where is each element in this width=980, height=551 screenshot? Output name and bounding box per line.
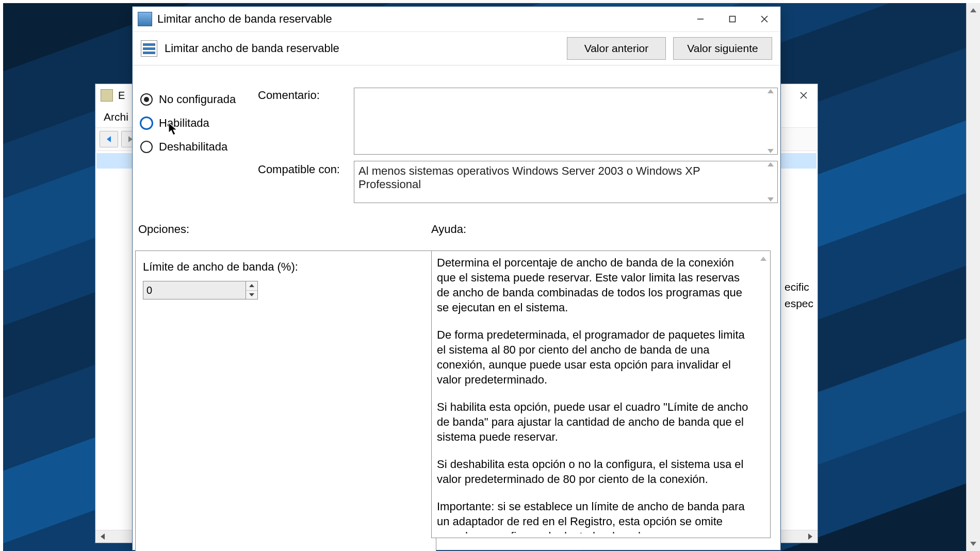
policy-icon — [141, 40, 157, 57]
compatible-value: Al menos sistemas operativos Windows Ser… — [358, 164, 763, 191]
compatible-label: Compatible con: — [258, 163, 340, 176]
scroll-down-icon[interactable] — [767, 149, 774, 153]
scroll-track[interactable] — [967, 18, 980, 537]
previous-setting-button[interactable]: Valor anterior — [567, 37, 666, 60]
spinner-buttons[interactable] — [246, 281, 258, 299]
spinner-down-icon[interactable] — [246, 291, 257, 299]
help-text: Determina el porcentaje de ancho de band… — [437, 255, 755, 533]
state-radio-group: No configurada Habilitada Deshabilitada — [140, 88, 259, 159]
options-label: Opciones: — [138, 223, 189, 236]
bandwidth-limit-label: Límite de ancho de banda (%): — [143, 260, 429, 274]
page-scrollbar[interactable] — [966, 3, 980, 551]
help-paragraph: Determina el porcentaje de ancho de band… — [437, 255, 755, 315]
spinner-up-icon[interactable] — [246, 281, 257, 291]
scroll-left-icon[interactable] — [95, 530, 110, 543]
scroll-up-icon[interactable] — [767, 162, 774, 166]
comment-label: Comentario: — [258, 89, 320, 102]
mouse-cursor-icon — [168, 122, 178, 137]
bg-menu-item[interactable]: Archi — [104, 111, 128, 123]
radio-disabled[interactable]: Deshabilitada — [140, 135, 259, 159]
scroll-right-icon[interactable] — [803, 530, 818, 543]
help-label: Ayuda: — [431, 223, 466, 236]
textbox-scrollbar[interactable] — [765, 89, 776, 153]
scroll-up-icon[interactable] — [758, 253, 769, 264]
app-icon — [101, 89, 113, 102]
frame-border — [0, 0, 980, 3]
options-panel: Límite de ancho de banda (%): — [135, 251, 436, 551]
bg-title: E — [118, 90, 125, 102]
policy-header: Limitar ancho de banda reservable Valor … — [133, 31, 780, 65]
maximize-button[interactable] — [716, 9, 748, 29]
radio-icon[interactable] — [140, 93, 153, 106]
titlebar[interactable]: Limitar ancho de banda reservable — [133, 7, 780, 31]
scroll-up-icon[interactable] — [967, 3, 980, 18]
radio-icon[interactable] — [140, 141, 153, 153]
scroll-down-icon[interactable] — [967, 537, 980, 551]
compatible-textbox: Al menos sistemas operativos Windows Ser… — [354, 161, 778, 203]
close-button[interactable] — [748, 9, 780, 29]
radio-not-configured[interactable]: No configurada — [140, 88, 259, 111]
help-paragraph: Importante: si se establece un límite de… — [437, 499, 755, 533]
policy-name: Limitar ancho de banda reservable — [165, 42, 339, 55]
bandwidth-limit-input[interactable] — [143, 281, 246, 299]
back-button[interactable] — [100, 131, 118, 147]
bg-text: espec — [785, 297, 815, 310]
minimize-button[interactable] — [684, 9, 716, 29]
help-paragraph: Si habilita esta opción, puede usar el c… — [437, 399, 755, 444]
dialog-title: Limitar ancho de banda reservable — [157, 12, 332, 26]
help-paragraph: Si deshabilita esta opción o no la confi… — [437, 457, 755, 487]
radio-label: No configurada — [159, 93, 236, 106]
svg-rect-1 — [730, 16, 736, 22]
close-icon[interactable] — [795, 87, 812, 104]
next-setting-button[interactable]: Valor siguiente — [673, 37, 772, 60]
radio-label: Habilitada — [159, 116, 209, 130]
scroll-down-icon[interactable] — [767, 197, 774, 202]
radio-enabled[interactable]: Habilitada — [140, 111, 259, 135]
bg-text: ecific — [785, 281, 815, 293]
textbox-scrollbar[interactable] — [765, 162, 776, 202]
scroll-up-icon[interactable] — [767, 89, 774, 93]
help-panel: Determina el porcentaje de ancho de band… — [431, 251, 771, 538]
radio-icon[interactable] — [140, 117, 153, 129]
svg-marker-2 — [169, 123, 177, 135]
policy-app-icon — [138, 12, 152, 26]
radio-label: Deshabilitada — [159, 140, 227, 154]
frame-border — [0, 0, 3, 551]
comment-input[interactable] — [354, 88, 794, 160]
help-paragraph: De forma predeterminada, el programador … — [437, 327, 755, 387]
comment-textbox[interactable] — [354, 88, 778, 155]
